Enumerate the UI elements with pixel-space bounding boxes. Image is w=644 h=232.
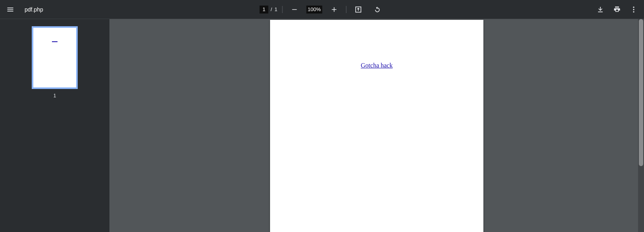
file-title: pdf.php [25, 6, 43, 13]
toolbar-left-group: pdf.php [3, 2, 43, 17]
download-button[interactable] [593, 2, 608, 17]
page-total: 1 [274, 6, 277, 12]
zoom-level-display[interactable]: 100% [306, 6, 322, 14]
fit-to-page-button[interactable] [351, 2, 365, 17]
divider [282, 6, 282, 13]
thumbnail-content-mark [52, 41, 58, 42]
scrollbar-thumb[interactable] [639, 19, 643, 166]
zoom-out-button[interactable] [287, 2, 301, 17]
toolbar-center-group: / 1 100% [260, 0, 385, 19]
thumbnail-sidebar: 1 [0, 19, 109, 232]
pdf-toolbar: pdf.php / 1 100% [0, 0, 644, 19]
print-button[interactable] [610, 2, 624, 17]
page-indicator: / 1 [260, 6, 278, 14]
divider [346, 6, 346, 13]
zoom-in-button[interactable] [327, 2, 341, 17]
toolbar-right-group [593, 2, 641, 17]
svg-point-2 [633, 9, 634, 10]
rotate-button[interactable] [370, 2, 384, 17]
svg-point-1 [633, 6, 634, 8]
document-hyperlink[interactable]: Gotcha hack [361, 62, 393, 69]
document-viewport[interactable]: Gotcha hack [109, 19, 644, 232]
page-separator: / [271, 6, 272, 12]
more-options-button[interactable] [627, 2, 641, 17]
vertical-scrollbar[interactable] [638, 19, 644, 232]
thumbnail-page-number: 1 [54, 93, 56, 99]
svg-point-3 [633, 11, 634, 12]
page-number-input[interactable] [260, 6, 268, 14]
page-thumbnail[interactable] [32, 26, 78, 89]
workspace: 1 Gotcha hack [0, 19, 644, 232]
menu-icon[interactable] [3, 2, 17, 17]
pdf-page: Gotcha hack [270, 20, 483, 232]
